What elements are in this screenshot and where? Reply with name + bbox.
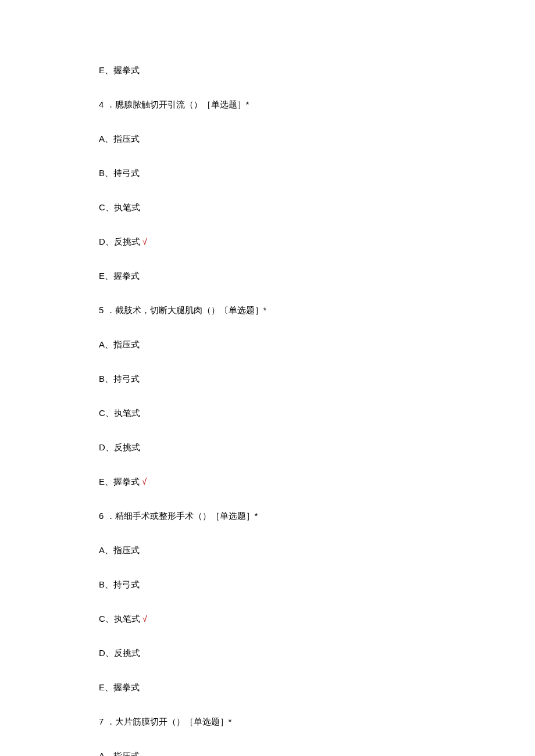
document-page: E、握拳式 4 ．腮腺脓触切开引流（）［单选题］* A、指压式 B、持弓式 C、…: [0, 0, 535, 756]
option-line: A、指压式: [99, 338, 436, 350]
option-line: A、指压式: [99, 544, 436, 556]
option-text: A、指压式: [99, 751, 140, 756]
option-text: E、握拳式: [99, 65, 140, 75]
option-line: A、指压式: [99, 750, 436, 756]
option-text: C、执笔式: [99, 614, 140, 624]
option-line: C、执笔式√: [99, 612, 436, 625]
option-line: D、反挑式: [99, 441, 436, 453]
option-line: C、执笔式: [99, 201, 436, 213]
option-text: B、持弓式: [99, 374, 140, 384]
option-text: E、握拳式: [99, 682, 140, 692]
option-line: E、握拳式: [99, 270, 436, 282]
option-line: A、指压式: [99, 132, 436, 145]
question-line: 4 ．腮腺脓触切开引流（）［单选题］*: [99, 98, 436, 110]
check-icon: √: [142, 237, 147, 246]
option-line: E、握拳式√: [99, 475, 436, 488]
option-line: D、反挑式√: [99, 235, 436, 248]
option-text: E、握拳式: [99, 271, 140, 281]
option-text: B、持弓式: [99, 579, 140, 589]
option-line: D、反挑式: [99, 647, 436, 659]
option-line: E、握拳式: [99, 64, 436, 76]
option-text: B、持弓式: [99, 168, 140, 178]
option-line: B、持弓式: [99, 578, 436, 590]
check-icon: √: [142, 476, 147, 486]
option-line: E、握拳式: [99, 681, 436, 693]
option-text: D、反挑式: [99, 442, 140, 452]
option-text: A、指压式: [99, 545, 140, 555]
question-text: 4 ．腮腺脓触切开引流（）［单选题］*: [99, 99, 249, 109]
option-text: E、握拳式: [99, 476, 140, 486]
option-text: D、反挑式: [99, 648, 140, 658]
option-text: D、反挑式: [99, 237, 140, 246]
question-line: 6 ．精细手术或整形手术（）［单选题］*: [99, 510, 436, 522]
option-line: B、持弓式: [99, 167, 436, 179]
check-icon: √: [142, 614, 147, 624]
option-line: B、持弓式: [99, 372, 436, 385]
option-text: C、执笔式: [99, 202, 140, 212]
question-text: 6 ．精细手术或整形手术（）［单选题］*: [99, 511, 258, 521]
question-text: 5 ．截肢术，切断大腿肌肉（）〔单选题］*: [99, 305, 266, 315]
question-line: 5 ．截肢术，切断大腿肌肉（）〔单选题］*: [99, 304, 436, 316]
option-text: C、执笔式: [99, 408, 140, 418]
option-text: A、指压式: [99, 339, 140, 349]
question-text: 7 ．大片筋膜切开（）［单选题］*: [99, 716, 231, 726]
option-text: A、指压式: [99, 134, 140, 144]
question-line: 7 ．大片筋膜切开（）［单选题］*: [99, 715, 436, 728]
option-line: C、执笔式: [99, 407, 436, 419]
